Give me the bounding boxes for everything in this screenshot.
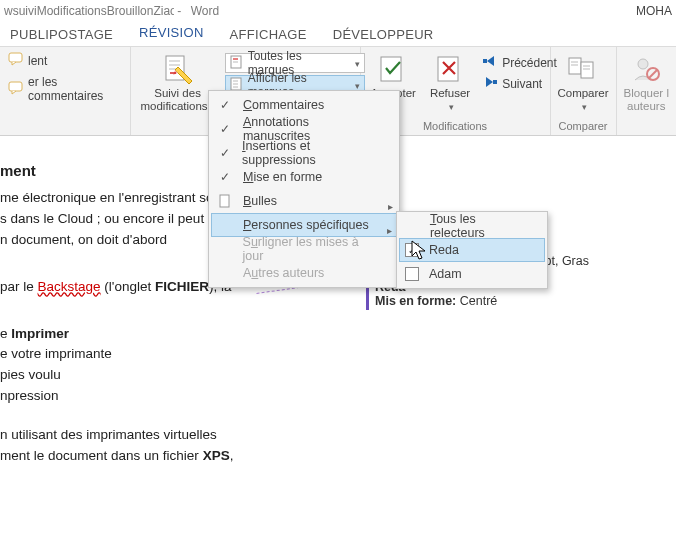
reject-label: Refuser (430, 87, 470, 99)
next-label: Suivant (502, 77, 542, 91)
document-name: wsuiviModificationsBrouillonZiaoex (4, 4, 174, 18)
btn-show-comments[interactable]: er les commentaires (6, 74, 124, 104)
compare-icon (567, 53, 599, 85)
track-label-2: modifications (141, 100, 208, 112)
svg-rect-1 (9, 82, 22, 91)
btn-fragment-lent[interactable]: lent (6, 51, 49, 70)
spelling-error: Backstage (38, 279, 101, 294)
caret-down-icon (447, 100, 454, 112)
svg-line-26 (649, 70, 657, 78)
doc-marks-icon (230, 55, 244, 72)
svg-rect-14 (381, 57, 401, 81)
track-changes-icon (162, 53, 194, 85)
submenu-item-reda[interactable]: Reda (399, 238, 545, 262)
tab-developpeur[interactable]: DÉVELOPPEUR (331, 25, 436, 46)
menu-item-highlight-updates: • Surligner les mises à jour (211, 237, 397, 261)
menu-item-comments[interactable]: ✓ Commentaires (211, 93, 397, 117)
btn-fragment-lent-label: lent (28, 54, 47, 68)
ribbon-tabs: PUBLIPOSTAGE RÉVISION AFFICHAGE DÉVELOPP… (0, 22, 676, 46)
svg-rect-16 (483, 59, 487, 63)
svg-point-24 (638, 59, 648, 69)
submenu-label-all: ous les relecteurs (430, 212, 485, 240)
body-text: n utilisant des imprimantes virtuelles (0, 426, 352, 445)
tab-publipostage[interactable]: PUBLIPOSTAGE (8, 25, 115, 46)
arrow-prev-icon (482, 54, 498, 71)
btn-compare[interactable]: Comparer (553, 51, 612, 115)
btn-previous-change[interactable]: Précédent (480, 53, 559, 72)
tab-revision[interactable]: RÉVISION (137, 23, 206, 46)
menu-label-comments: ommentaires (252, 98, 324, 112)
caret-down-icon (580, 100, 587, 112)
checkbox-icon (405, 267, 419, 281)
title-bar: wsuiviModificationsBrouillonZiaoex - Wor… (0, 0, 676, 22)
previous-label: Précédent (502, 56, 557, 70)
arrow-next-icon (482, 75, 498, 92)
combo-display-for-review[interactable]: Toutes les marques (225, 53, 365, 73)
group-protect: Bloquer l auteurs (617, 47, 677, 135)
btn-track-changes[interactable]: Suivi des modifications (137, 51, 219, 115)
menu-label-balloons: ulles (251, 194, 277, 208)
check-icon: ✓ (217, 98, 233, 112)
svg-rect-27 (220, 195, 229, 207)
btn-show-comments-label: er les commentaires (28, 75, 122, 103)
svg-rect-18 (569, 58, 581, 74)
accept-icon (377, 53, 409, 85)
check-icon: ✓ (217, 146, 232, 160)
menu-label-other-authors: Autres auteurs (243, 266, 324, 280)
svg-rect-17 (493, 80, 497, 84)
btn-reject[interactable]: Refuser (426, 51, 474, 115)
revision-value: Centré (456, 294, 497, 308)
submenu-item-all-reviewers[interactable]: • Tous les relecteurs (399, 214, 545, 238)
btn-next-change[interactable]: Suivant (480, 74, 559, 93)
speech-bubble-icon (8, 81, 24, 98)
menu-item-ink[interactable]: ✓ Annotations manuscrites (211, 117, 397, 141)
body-text: e votre imprimante (0, 345, 352, 364)
submenu-label-reda: Reda (429, 243, 459, 257)
menu-item-formatting[interactable]: ✓ Mise en forme (211, 165, 397, 189)
body-text: ment le document dans un fichier XPS, (0, 447, 352, 466)
check-icon: ✓ (217, 170, 233, 184)
menu-label-highlight: Surligner les mises à jour (243, 235, 359, 263)
app-name: Word (191, 4, 219, 18)
revision-label: Mis en forme: (375, 294, 456, 308)
reject-icon (434, 53, 466, 85)
block-authors-icon (630, 53, 662, 85)
group-compare: Comparer Comparer (551, 47, 617, 135)
check-icon: ✓ (217, 122, 233, 136)
menu-item-balloons[interactable]: Bulles (211, 189, 397, 213)
compare-label: Comparer (557, 87, 608, 99)
menu-item-specific-people[interactable]: • Personnes spécifiques • Tous les relec… (211, 213, 397, 237)
menu-label-specific-people: ersonnes spécifiques (251, 218, 368, 232)
block-authors-label-2: auteurs (627, 100, 665, 112)
submenu-reviewers: • Tous les relecteurs Reda Adam (396, 211, 548, 289)
revisions-pane: Police de script complexe : 14 pt, Gras … (366, 136, 676, 546)
menu-item-insertions[interactable]: ✓ Insertions et suppressions (211, 141, 397, 165)
svg-rect-0 (9, 53, 22, 62)
body-text: e Imprimer (0, 325, 352, 344)
submenu-item-adam[interactable]: Adam (399, 262, 545, 286)
block-authors-label-1: Bloquer l (624, 87, 669, 99)
chevron-down-icon (355, 56, 360, 70)
speech-bubble-icon (8, 52, 24, 69)
body-text: pies voulu (0, 366, 352, 385)
track-label-1: Suivi des (154, 87, 201, 99)
menu-item-other-authors: • Autres auteurs (211, 261, 397, 285)
btn-block-authors[interactable]: Bloquer l auteurs (620, 51, 673, 115)
svg-rect-19 (581, 62, 593, 78)
body-text: npression (0, 387, 352, 406)
menu-label-insertions: nsertions et suppressions (242, 139, 316, 167)
tab-affichage[interactable]: AFFICHAGE (228, 25, 309, 46)
ribbon: lent er les commentaires Suivi des modif… (0, 46, 676, 136)
submenu-label-adam: Adam (429, 267, 462, 281)
compare-group-label: Comparer (557, 120, 610, 134)
menu-label-formatting: ise en forme (253, 170, 322, 184)
doc-icon (217, 194, 233, 209)
group-comments: lent er les commentaires (0, 47, 131, 135)
checkbox-checked-icon (405, 243, 419, 257)
user-name: MOHA (636, 4, 672, 18)
menu-show-markup: ✓ Commentaires ✓ Annotations manuscrites… (208, 90, 400, 288)
